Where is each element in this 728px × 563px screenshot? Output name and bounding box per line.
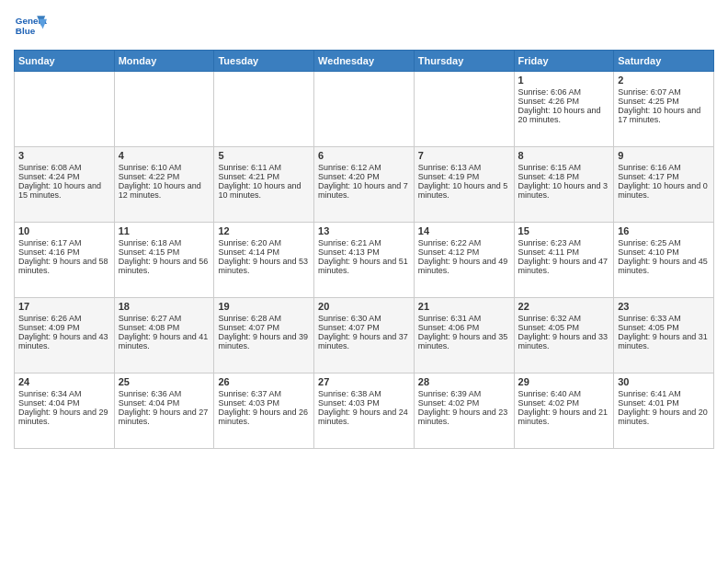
day-info-line: Daylight: 9 hours and 29 minutes. [18,408,110,426]
day-info-line: Sunset: 4:02 PM [518,398,610,408]
day-number: 3 [18,150,110,161]
day-info-line: Daylight: 9 hours and 43 minutes. [18,332,110,350]
day-info-line: Daylight: 9 hours and 33 minutes. [518,332,610,350]
day-info-line: Sunrise: 6:33 AM [618,314,710,323]
day-info-line: Sunrise: 6:15 AM [518,163,610,172]
day-info-line: Sunrise: 6:34 AM [18,389,110,398]
day-number: 10 [18,225,110,236]
day-cell [414,72,514,147]
day-info-line: Sunset: 4:03 PM [318,398,410,408]
day-number: 5 [218,150,310,161]
day-info-line: Sunset: 4:11 PM [518,247,610,257]
day-info-line: Daylight: 10 hours and 12 minutes. [119,181,210,200]
day-cell: 19Sunrise: 6:28 AMSunset: 4:07 PMDayligh… [214,298,314,373]
day-info-line: Sunrise: 6:10 AM [119,163,210,172]
day-cell: 4Sunrise: 6:10 AMSunset: 4:22 PMDaylight… [114,147,214,223]
weekday-header-wednesday: Wednesday [314,51,415,72]
day-cell: 25Sunrise: 6:36 AMSunset: 4:04 PMDayligh… [114,373,214,449]
day-info-line: Sunrise: 6:06 AM [518,87,610,97]
day-cell [214,72,314,147]
day-info-line: Daylight: 9 hours and 37 minutes. [318,332,410,350]
day-info-line: Sunrise: 6:39 AM [418,389,510,398]
day-info-line: Sunset: 4:05 PM [618,323,710,332]
header: General Blue [14,9,714,42]
day-cell: 29Sunrise: 6:40 AMSunset: 4:02 PMDayligh… [514,373,614,449]
weekday-header-saturday: Saturday [614,51,714,72]
day-info-line: Sunset: 4:12 PM [418,247,510,257]
day-number: 8 [518,150,610,161]
day-cell: 17Sunrise: 6:26 AMSunset: 4:09 PMDayligh… [15,298,115,373]
day-info-line: Sunset: 4:10 PM [618,247,710,257]
day-cell: 30Sunrise: 6:41 AMSunset: 4:01 PMDayligh… [614,373,714,449]
day-number: 29 [518,376,610,387]
day-number: 14 [418,225,510,236]
day-info-line: Sunset: 4:07 PM [318,323,410,332]
day-cell: 1Sunrise: 6:06 AMSunset: 4:26 PMDaylight… [514,72,614,147]
day-info-line: Sunset: 4:18 PM [518,172,610,181]
day-info-line: Sunset: 4:15 PM [119,247,210,257]
day-cell [15,72,115,147]
day-cell: 18Sunrise: 6:27 AMSunset: 4:08 PMDayligh… [114,298,214,373]
day-info-line: Sunset: 4:24 PM [18,172,110,181]
calendar-table: SundayMondayTuesdayWednesdayThursdayFrid… [14,50,714,449]
day-number: 25 [119,376,210,387]
day-cell: 13Sunrise: 6:21 AMSunset: 4:13 PMDayligh… [314,223,415,298]
week-row-1: 3Sunrise: 6:08 AMSunset: 4:24 PMDaylight… [15,147,714,223]
day-info-line: Daylight: 10 hours and 3 minutes. [518,181,610,200]
day-info-line: Daylight: 9 hours and 47 minutes. [518,257,610,275]
day-info-line: Sunrise: 6:32 AM [518,314,610,323]
day-info-line: Sunset: 4:04 PM [119,398,210,408]
day-info-line: Sunrise: 6:37 AM [218,389,310,398]
day-info-line: Sunset: 4:04 PM [18,398,110,408]
day-number: 23 [618,301,710,312]
day-info-line: Daylight: 9 hours and 24 minutes. [318,408,410,426]
day-cell [314,72,415,147]
day-info-line: Sunset: 4:25 PM [618,97,710,106]
day-cell [114,72,214,147]
weekday-header-friday: Friday [514,51,614,72]
week-row-2: 10Sunrise: 6:17 AMSunset: 4:16 PMDayligh… [15,223,714,298]
page-container: General Blue SundayMondayTuesdayWednesda… [0,0,728,458]
weekday-header-thursday: Thursday [414,51,514,72]
day-info-line: Sunset: 4:08 PM [119,323,210,332]
day-cell: 9Sunrise: 6:16 AMSunset: 4:17 PMDaylight… [614,147,714,223]
svg-text:Blue: Blue [16,26,36,36]
week-row-4: 24Sunrise: 6:34 AMSunset: 4:04 PMDayligh… [15,373,714,449]
day-info-line: Sunrise: 6:27 AM [119,314,210,323]
day-info-line: Sunrise: 6:40 AM [518,389,610,398]
day-info-line: Daylight: 9 hours and 45 minutes. [618,257,710,275]
week-row-0: 1Sunrise: 6:06 AMSunset: 4:26 PMDaylight… [15,72,714,147]
day-cell: 22Sunrise: 6:32 AMSunset: 4:05 PMDayligh… [514,298,614,373]
day-cell: 23Sunrise: 6:33 AMSunset: 4:05 PMDayligh… [614,298,714,373]
day-info-line: Sunset: 4:21 PM [218,172,310,181]
day-info-line: Sunset: 4:26 PM [518,97,610,106]
day-info-line: Sunrise: 6:13 AM [418,163,510,172]
day-info-line: Sunrise: 6:26 AM [18,314,110,323]
day-info-line: Sunrise: 6:12 AM [318,163,410,172]
day-cell: 26Sunrise: 6:37 AMSunset: 4:03 PMDayligh… [214,373,314,449]
day-cell: 11Sunrise: 6:18 AMSunset: 4:15 PMDayligh… [114,223,214,298]
day-info-line: Daylight: 9 hours and 35 minutes. [418,332,510,350]
day-number: 21 [418,301,510,312]
day-cell: 12Sunrise: 6:20 AMSunset: 4:14 PMDayligh… [214,223,314,298]
day-info-line: Daylight: 10 hours and 17 minutes. [618,106,710,124]
weekday-header-sunday: Sunday [15,51,115,72]
day-cell: 20Sunrise: 6:30 AMSunset: 4:07 PMDayligh… [314,298,415,373]
day-info-line: Daylight: 9 hours and 27 minutes. [119,408,210,426]
day-info-line: Sunset: 4:07 PM [218,323,310,332]
day-info-line: Daylight: 9 hours and 31 minutes. [618,332,710,350]
day-info-line: Daylight: 10 hours and 7 minutes. [318,181,410,200]
day-cell: 3Sunrise: 6:08 AMSunset: 4:24 PMDaylight… [15,147,115,223]
day-info-line: Sunset: 4:14 PM [218,247,310,257]
day-info-line: Sunset: 4:05 PM [518,323,610,332]
day-info-line: Daylight: 9 hours and 41 minutes. [119,332,210,350]
logo-icon: General Blue [14,9,47,42]
day-number: 12 [218,225,310,236]
day-cell: 2Sunrise: 6:07 AMSunset: 4:25 PMDaylight… [614,72,714,147]
day-number: 19 [218,301,310,312]
day-info-line: Daylight: 10 hours and 20 minutes. [518,106,610,124]
day-info-line: Sunset: 4:22 PM [119,172,210,181]
day-info-line: Sunrise: 6:22 AM [418,238,510,247]
day-info-line: Sunrise: 6:41 AM [618,389,710,398]
day-cell: 21Sunrise: 6:31 AMSunset: 4:06 PMDayligh… [414,298,514,373]
